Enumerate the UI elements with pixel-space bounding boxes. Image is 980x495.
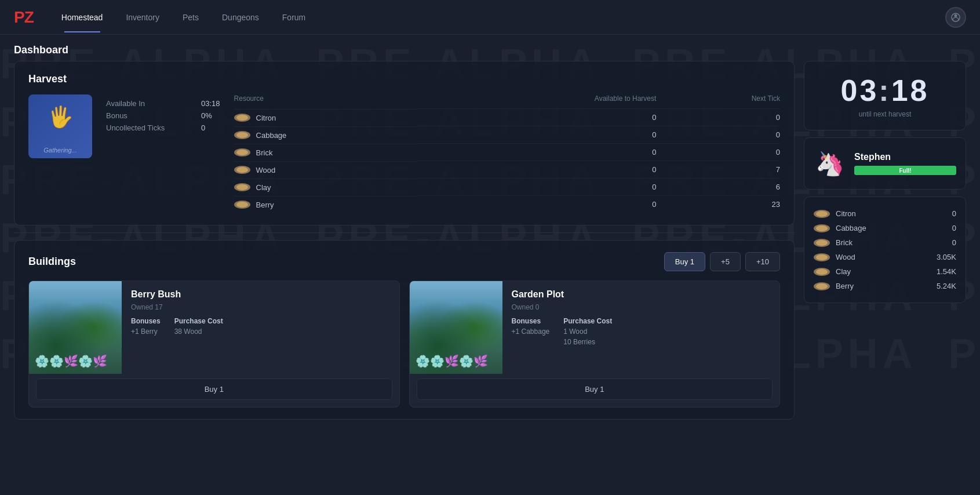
- berry-bush-buy-button[interactable]: Buy 1: [36, 378, 392, 400]
- sidebar: 03:18 until next harvest 🦄 Stephen Full!…: [804, 61, 966, 420]
- pet-name: Stephen: [854, 152, 956, 162]
- resource-name: Citron: [256, 114, 276, 122]
- nav-inventory[interactable]: Inventory: [116, 8, 169, 27]
- resource-next-tick: 23: [656, 196, 780, 213]
- resource-next-tick: 0: [656, 126, 780, 144]
- col-next-tick: Next Tick: [656, 94, 780, 109]
- timer-hours: 03: [840, 74, 879, 107]
- resource-coin-icon: [234, 183, 250, 191]
- harvest-table-row: Citron 0 0: [234, 109, 780, 126]
- sidebar-resource-row: Citron 0: [814, 206, 956, 221]
- nav-forum[interactable]: Forum: [273, 8, 315, 27]
- nav-dungeons[interactable]: Dungeons: [213, 8, 268, 27]
- garden-plot-name: Garden Plot: [512, 289, 771, 300]
- garden-plot-details: Bonuses +1 Cabbage Purchase Cost 1 Wood …: [512, 317, 771, 366]
- sidebar-resource-value: 0: [952, 238, 956, 247]
- pet-fullness-fill: Full!: [854, 166, 956, 175]
- garden-plot-buy-button[interactable]: Buy 1: [417, 378, 773, 400]
- resource-coin-icon: [234, 131, 250, 139]
- logo: PZ: [14, 8, 34, 27]
- resource-name: Cabbage: [256, 131, 287, 140]
- resource-available: 0: [417, 161, 657, 179]
- harvest-table-wrap: Resource Available to Harvest Next Tick …: [234, 94, 780, 213]
- main-content: Harvest 🖐 Gathering... Available In 03:1…: [14, 61, 795, 420]
- section-divider: [14, 232, 795, 233]
- resource-next-tick: 6: [656, 179, 780, 196]
- buy-1-button[interactable]: Buy 1: [664, 252, 705, 271]
- harvest-table: Resource Available to Harvest Next Tick …: [234, 94, 780, 213]
- buy-5-button[interactable]: +5: [710, 252, 741, 271]
- berry-bush-image: [29, 281, 122, 374]
- berry-bush-name: Berry Bush: [131, 289, 390, 300]
- resource-coin-icon: [234, 201, 250, 209]
- navbar: PZ Homestead Inventory Pets Dungeons For…: [0, 0, 980, 35]
- harvest-title: Harvest: [28, 73, 780, 85]
- resource-icon: [814, 239, 830, 247]
- harvest-table-row: Berry 0 23: [234, 196, 780, 213]
- pet-fullness-bar: Full!: [854, 166, 956, 175]
- pet-icon: 🦄: [814, 147, 846, 180]
- berry-bush-details: Bonuses +1 Berry Purchase Cost 38 Wood: [131, 317, 390, 366]
- col-available: Available to Harvest: [417, 94, 657, 109]
- resource-available: 0: [417, 144, 657, 161]
- sidebar-resource-name: Wood: [836, 253, 931, 261]
- nav-pets[interactable]: Pets: [173, 8, 208, 27]
- stat-available-in: Available In 03:18: [106, 99, 220, 108]
- gathering-label: Gathering...: [43, 147, 76, 154]
- gathering-box: 🖐 Gathering...: [28, 94, 92, 158]
- berry-bush-image-row: Berry Bush Owned 17 Bonuses +1 Berry Pur…: [29, 281, 399, 374]
- sidebar-resources: Citron 0 Cabbage 0 Brick 0 Wood 3.05K Cl…: [804, 196, 966, 303]
- buildings-header: Buildings Buy 1 +5 +10: [28, 252, 780, 271]
- berry-bush-info: Berry Bush Owned 17 Bonuses +1 Berry Pur…: [122, 281, 399, 374]
- garden-plot-cost-1: 1 Wood: [563, 327, 612, 336]
- harvest-table-row: Brick 0 0: [234, 144, 780, 161]
- sidebar-resource-value: 0: [952, 224, 956, 232]
- sidebar-resource-row: Brick 0: [814, 235, 956, 250]
- resource-next-tick: 0: [656, 109, 780, 126]
- berry-bush-bonuses: +1 Berry: [131, 327, 161, 336]
- harvest-table-row: Wood 0 7: [234, 161, 780, 179]
- timer-minutes: 18: [891, 74, 930, 107]
- resource-name: Brick: [256, 148, 273, 157]
- harvest-table-row: Clay 0 6: [234, 179, 780, 196]
- sidebar-resource-value: 5.24K: [937, 282, 956, 290]
- nav-links: Homestead Inventory Pets Dungeons Forum: [52, 8, 945, 27]
- resource-available: 0: [417, 179, 657, 196]
- timer-card: 03:18 until next harvest: [804, 61, 966, 130]
- buy-10-button[interactable]: +10: [745, 252, 780, 271]
- resource-available: 0: [417, 109, 657, 126]
- garden-plot-bonuses: +1 Cabbage: [512, 327, 550, 336]
- resource-icon: [814, 210, 830, 218]
- resource-name: Clay: [256, 183, 271, 192]
- sidebar-resource-name: Berry: [836, 282, 931, 290]
- sidebar-resource-name: Cabbage: [836, 224, 946, 232]
- garden-plot-info: Garden Plot Owned 0 Bonuses +1 Cabbage P…: [502, 281, 780, 374]
- resource-icon: [814, 224, 830, 232]
- sidebar-resource-value: 1.54K: [937, 267, 956, 276]
- sidebar-resource-row: Wood 3.05K: [814, 250, 956, 264]
- sidebar-resource-name: Clay: [836, 267, 931, 276]
- gathering-hand-icon: 🖐: [48, 105, 74, 129]
- main-layout: Harvest 🖐 Gathering... Available In 03:1…: [0, 61, 980, 434]
- resource-name: Berry: [256, 201, 274, 209]
- user-avatar[interactable]: [945, 7, 966, 28]
- resource-next-tick: 7: [656, 161, 780, 179]
- berry-bush-owned: Owned 17: [131, 303, 390, 311]
- resource-coin-icon: [234, 114, 250, 122]
- resource-icon: [814, 253, 830, 261]
- svg-point-1: [955, 14, 957, 17]
- resource-available: 0: [417, 126, 657, 144]
- berry-bush-cost: 38 Wood: [174, 327, 223, 336]
- sidebar-resource-row: Berry 5.24K: [814, 279, 956, 293]
- building-garden-plot: Garden Plot Owned 0 Bonuses +1 Cabbage P…: [409, 281, 781, 407]
- buy-quantity-buttons: Buy 1 +5 +10: [664, 252, 780, 271]
- garden-plot-cost-2: 10 Berries: [563, 338, 612, 346]
- building-berry-bush: Berry Bush Owned 17 Bonuses +1 Berry Pur…: [28, 281, 400, 407]
- nav-homestead[interactable]: Homestead: [52, 8, 112, 27]
- resource-next-tick: 0: [656, 144, 780, 161]
- stat-uncollected: Uncollected Ticks 0: [106, 123, 220, 132]
- garden-plot-image: [410, 281, 502, 374]
- timer-display: 03:18: [816, 73, 954, 108]
- resource-icon: [814, 268, 830, 276]
- harvest-stats: Available In 03:18 Bonus 0% Uncollected …: [106, 94, 220, 132]
